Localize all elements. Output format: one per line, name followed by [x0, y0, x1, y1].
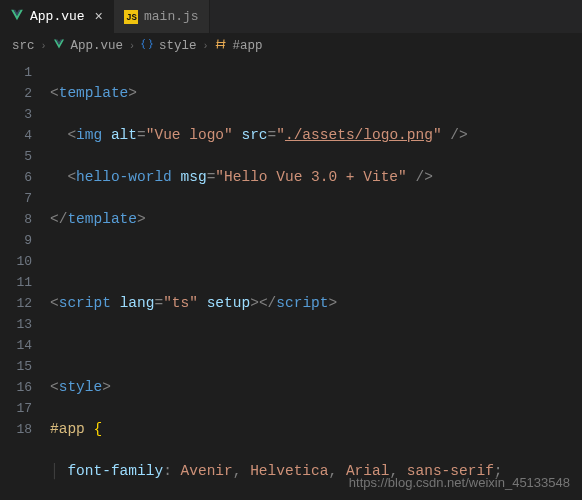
vue-icon: [53, 38, 65, 54]
breadcrumb-src[interactable]: src: [12, 39, 35, 53]
line-gutter: 123 456 789 101112 131415 161718: [0, 58, 50, 500]
chevron-right-icon: ›: [129, 41, 135, 52]
code-content[interactable]: <template> <img alt="Vue logo" src="./as…: [50, 58, 582, 500]
breadcrumb: src › App.vue › style › #app: [0, 34, 582, 58]
chevron-right-icon: ›: [203, 41, 209, 52]
code-editor[interactable]: 123 456 789 101112 131415 161718 <templa…: [0, 58, 582, 500]
vue-icon: [10, 8, 24, 26]
tab-label: App.vue: [30, 9, 85, 24]
tab-app-vue[interactable]: App.vue ×: [0, 0, 114, 33]
js-icon: JS: [124, 10, 138, 24]
close-icon[interactable]: ×: [95, 9, 103, 25]
brace-icon: [141, 38, 153, 54]
tabs-bar: App.vue × JS main.js: [0, 0, 582, 34]
breadcrumb-style[interactable]: style: [159, 39, 197, 53]
tab-main-js[interactable]: JS main.js: [114, 0, 210, 33]
breadcrumb-app[interactable]: #app: [233, 39, 263, 53]
tab-label: main.js: [144, 9, 199, 24]
watermark: https://blog.csdn.net/weixin_45133548: [349, 475, 570, 490]
breadcrumb-file[interactable]: App.vue: [71, 39, 124, 53]
hash-icon: [215, 38, 227, 54]
chevron-right-icon: ›: [41, 41, 47, 52]
